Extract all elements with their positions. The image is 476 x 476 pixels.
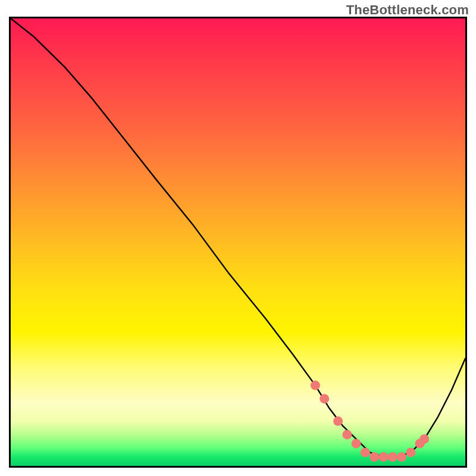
highlight-point [361,447,370,457]
marker-group [311,381,429,462]
chart-overlay [11,18,465,466]
highlight-point [379,452,389,462]
highlight-point [406,447,415,457]
highlight-point [333,416,343,426]
highlight-point [352,439,361,448]
highlight-point [342,430,352,439]
highlight-point [419,434,429,444]
chart-stage: TheBottleneck.com [0,0,476,476]
watermark-text: TheBottleneck.com [346,2,469,18]
bottleneck-curve [11,18,465,457]
highlight-point [320,394,329,403]
highlight-point [388,452,397,462]
highlight-point [311,381,320,390]
highlight-point [369,452,379,462]
highlight-point [397,452,406,462]
plot-frame [9,17,467,468]
